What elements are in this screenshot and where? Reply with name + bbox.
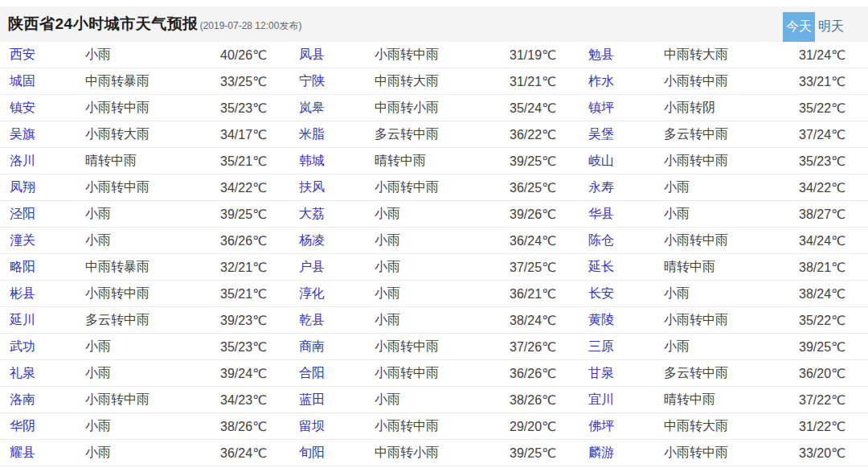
table-row: 凤翔小雨转中雨34/22℃扶风小雨转中雨36/25℃永寿小雨34/22℃ — [0, 174, 868, 201]
city-link[interactable]: 镇坪 — [588, 100, 664, 117]
city-link[interactable]: 武功 — [10, 339, 85, 355]
city-link[interactable]: 城固 — [10, 73, 85, 90]
city-link[interactable]: 蓝田 — [299, 392, 375, 408]
city-link[interactable]: 吴旗 — [10, 126, 85, 143]
city-link[interactable]: 合阳 — [299, 365, 375, 382]
city-link[interactable]: 留坝 — [299, 418, 375, 435]
forecast-cell: 泾阳小雨39/25℃ — [0, 201, 289, 228]
forecast-cell: 镇安小雨转中雨35/23℃ — [0, 95, 289, 121]
weather-text: 小雨转中雨 — [85, 179, 193, 196]
city-link[interactable]: 泾阳 — [10, 206, 85, 223]
weather-text: 小雨转中雨 — [375, 339, 482, 355]
tab-tomorrow[interactable]: 明天 — [815, 12, 847, 42]
weather-text: 晴转中雨 — [85, 153, 193, 170]
city-link[interactable]: 彬县 — [10, 285, 85, 302]
city-link[interactable]: 三原 — [588, 339, 664, 355]
city-link[interactable]: 米脂 — [299, 126, 375, 143]
forecast-cell: 耀县小雨36/24℃ — [0, 440, 289, 466]
weather-text: 小雨转中雨 — [85, 392, 193, 408]
city-link[interactable]: 洛川 — [10, 153, 85, 170]
city-link[interactable]: 淳化 — [299, 285, 375, 302]
city-link[interactable]: 镇安 — [10, 100, 85, 117]
weather-text: 小雨 — [375, 392, 482, 408]
city-link[interactable]: 宜川 — [588, 392, 664, 408]
temperature-text: 32/21℃ — [193, 260, 267, 275]
city-link[interactable]: 韩城 — [299, 153, 375, 170]
weather-text: 小雨 — [375, 232, 482, 249]
city-link[interactable]: 陈仓 — [588, 232, 664, 249]
city-link[interactable]: 宁陕 — [299, 73, 375, 90]
city-link[interactable]: 扶风 — [299, 179, 375, 196]
city-link[interactable]: 甘泉 — [588, 365, 664, 382]
forecast-cell: 镇坪小雨转阴35/22℃ — [579, 95, 868, 121]
table-row: 城固中雨转暴雨33/25℃宁陕中雨转大雨31/21℃柞水小雨转中雨33/21℃ — [0, 68, 868, 95]
forecast-cell: 潼关小雨36/26℃ — [0, 228, 289, 254]
temperature-text: 33/21℃ — [772, 74, 845, 89]
city-link[interactable]: 延长 — [588, 259, 664, 276]
temperature-text: 35/23℃ — [193, 101, 267, 116]
forecast-cell: 吴旗小雨转大雨34/17℃ — [0, 121, 289, 148]
city-link[interactable]: 乾县 — [299, 312, 375, 329]
city-link[interactable]: 凤翔 — [10, 179, 85, 196]
tab-today[interactable]: 今天 — [783, 12, 815, 42]
forecast-cell: 甘泉多云转中雨36/20℃ — [579, 360, 868, 387]
publish-timestamp: (2019-07-28 12:00发布) — [200, 16, 302, 33]
city-link[interactable]: 略阳 — [10, 259, 85, 276]
city-link[interactable]: 勉县 — [588, 47, 664, 64]
forecast-cell: 陈仓小雨转中雨34/24℃ — [579, 228, 868, 254]
forecast-cell: 韩城晴转中雨39/25℃ — [289, 148, 579, 174]
temperature-text: 34/24℃ — [772, 233, 845, 248]
weather-text: 小雨 — [85, 47, 193, 64]
forecast-cell: 柞水小雨转中雨33/21℃ — [579, 68, 868, 95]
city-link[interactable]: 大荔 — [299, 206, 375, 223]
forecast-cell: 洛川晴转中雨35/21℃ — [0, 148, 289, 174]
city-link[interactable]: 延川 — [10, 312, 85, 329]
city-link[interactable]: 柞水 — [588, 73, 664, 90]
temperature-text: 36/26℃ — [193, 233, 267, 248]
forecast-cell: 延长晴转中雨38/21℃ — [579, 254, 868, 281]
city-link[interactable]: 华县 — [588, 206, 664, 223]
city-link[interactable]: 凤县 — [299, 47, 375, 64]
forecast-header: 陕西省24小时城市天气预报 (2019-07-28 12:00发布) 今天 明天 — [0, 6, 868, 42]
city-link[interactable]: 商南 — [299, 339, 375, 355]
temperature-text: 36/21℃ — [482, 286, 556, 302]
forecast-cell: 华阴小雨38/26℃ — [0, 413, 289, 440]
temperature-text: 31/22℃ — [772, 419, 845, 434]
city-link[interactable]: 户县 — [299, 259, 375, 276]
city-link[interactable]: 佛坪 — [588, 418, 664, 435]
city-link[interactable]: 洛南 — [10, 392, 85, 408]
temperature-text: 36/26℃ — [482, 366, 556, 381]
city-link[interactable]: 礼泉 — [10, 365, 85, 382]
temperature-text: 35/22℃ — [772, 101, 845, 116]
table-row: 镇安小雨转中雨35/23℃岚皋中雨转小雨35/24℃镇坪小雨转阴35/22℃ — [0, 95, 868, 121]
city-link[interactable]: 吴堡 — [588, 126, 664, 143]
weather-text: 小雨转大雨 — [85, 126, 193, 143]
city-link[interactable]: 黄陵 — [588, 312, 664, 329]
city-link[interactable]: 长安 — [588, 285, 664, 302]
temperature-text: 36/25℃ — [482, 180, 556, 195]
table-row: 武功小雨35/23℃商南小雨转中雨37/26℃三原小雨39/25℃ — [0, 334, 868, 360]
city-link[interactable]: 永寿 — [588, 179, 664, 196]
city-link[interactable]: 岚皋 — [299, 100, 375, 117]
city-link[interactable]: 旬阳 — [299, 445, 375, 462]
weather-text: 小雨 — [664, 285, 772, 302]
weather-text: 晴转中雨 — [375, 153, 482, 170]
forecast-cell: 留坝小雨转中雨29/20℃ — [289, 413, 579, 440]
temperature-text: 35/23℃ — [772, 154, 845, 169]
city-link[interactable]: 华阴 — [10, 418, 85, 435]
city-link[interactable]: 麟游 — [588, 445, 664, 462]
forecast-cell: 旬阳中雨转小雨39/25℃ — [289, 440, 579, 466]
weather-text: 小雨转中雨 — [375, 418, 482, 435]
temperature-text: 34/22℃ — [193, 180, 267, 195]
city-link[interactable]: 西安 — [10, 47, 85, 64]
temperature-text: 34/17℃ — [193, 127, 267, 142]
city-link[interactable]: 岐山 — [588, 153, 664, 170]
city-link[interactable]: 杨凌 — [299, 232, 375, 249]
temperature-text: 31/24℃ — [772, 47, 845, 63]
temperature-text: 36/24℃ — [193, 445, 267, 461]
weather-text: 小雨转中雨 — [664, 232, 772, 249]
forecast-cell: 乾县小雨38/24℃ — [289, 307, 579, 334]
forecast-cell: 宁陕中雨转大雨31/21℃ — [289, 68, 579, 95]
city-link[interactable]: 耀县 — [10, 445, 85, 462]
city-link[interactable]: 潼关 — [10, 232, 85, 249]
